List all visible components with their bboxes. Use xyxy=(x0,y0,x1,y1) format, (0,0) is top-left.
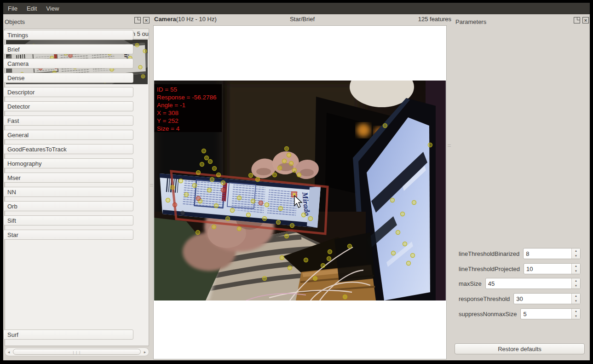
camera-feature-count: 125 features xyxy=(418,16,451,23)
section-star[interactable]: Star xyxy=(3,230,133,240)
maxsize-input[interactable] xyxy=(486,278,571,289)
menu-bar: File Edit View xyxy=(3,3,590,14)
param-label: responseThreshold xyxy=(459,295,510,302)
section-brief[interactable]: Brief xyxy=(3,44,133,54)
param-label: maxSize xyxy=(459,280,482,287)
param-label: suppressNonmaxSize xyxy=(459,311,517,318)
spin-down-icon[interactable]: ▼ xyxy=(572,299,580,304)
param-row-suppressnonmaxsize: suppressNonmaxSize ▲▼ xyxy=(459,308,581,319)
application-window: File Edit View Objects × 3 (49) Star/Bri… xyxy=(3,3,590,360)
param-row-linethresholdbinarized: lineThresholdBinarized ▲▼ xyxy=(459,248,581,259)
parameters-float-button[interactable] xyxy=(574,17,580,23)
splitter-objects-camera[interactable]: —— xyxy=(150,183,153,187)
menu-file[interactable]: File xyxy=(3,3,22,14)
restore-defaults-button[interactable]: Restore defaults xyxy=(455,343,585,354)
section-general[interactable]: General xyxy=(3,130,133,140)
section-surf[interactable]: Surf xyxy=(3,329,133,340)
overlay-size: Size = 4 xyxy=(157,125,180,132)
overlay-id: ID = 55 xyxy=(157,86,177,93)
scrollbar-thumb[interactable]: ❘❘❘ xyxy=(13,349,141,355)
objects-hscrollbar[interactable]: ◂ ❘❘❘ ▸ xyxy=(5,347,149,356)
responsethreshold-input[interactable] xyxy=(514,294,571,304)
menu-view[interactable]: View xyxy=(41,3,63,14)
splitter-camera-parameters[interactable]: —— xyxy=(448,144,450,147)
menu-edit[interactable]: Edit xyxy=(22,3,41,14)
spin-down-icon[interactable]: ▼ xyxy=(572,283,580,289)
spin-up-icon[interactable]: ▲ xyxy=(572,278,580,283)
camera-header: Camera(10 Hz - 10 Hz) Star/Brief 125 fea… xyxy=(153,16,451,25)
scroll-left-icon[interactable]: ◂ xyxy=(5,350,12,354)
section-nn[interactable]: NN xyxy=(3,187,133,197)
float-icon xyxy=(138,17,141,20)
spin-up-icon[interactable]: ▲ xyxy=(572,294,580,299)
linethresholdbinarized-input[interactable] xyxy=(524,248,571,259)
spin-down-icon[interactable]: ▼ xyxy=(572,314,580,319)
float-icon xyxy=(577,17,580,20)
parameters-panel-title: Parameters xyxy=(455,17,486,27)
section-timings[interactable]: Timings xyxy=(3,30,133,40)
rejected-point xyxy=(181,211,185,215)
overlay-y: Y = 252 xyxy=(157,117,178,124)
objects-close-button[interactable]: × xyxy=(143,17,150,23)
close-icon: × xyxy=(583,17,588,24)
feature-info-overlay: ID = 55 Response = -56.2786 Angle = -1 X… xyxy=(154,84,222,132)
overlay-response: Response = -56.2786 xyxy=(157,94,216,101)
section-dense[interactable]: Dense xyxy=(3,73,133,83)
camera-view[interactable]: Mirado xyxy=(153,25,447,359)
linethresholdbinarized-spinner: ▲▼ xyxy=(523,248,581,259)
param-label: lineThresholdProjected xyxy=(459,266,520,272)
linethresholdprojected-input[interactable] xyxy=(524,264,571,274)
section-homography[interactable]: Homography xyxy=(3,158,133,168)
spin-up-icon[interactable]: ▲ xyxy=(572,248,580,254)
suppressnonmaxsize-input[interactable] xyxy=(521,309,571,319)
suppressnonmaxsize-spinner: ▲▼ xyxy=(520,308,581,319)
section-descriptor[interactable]: Descriptor xyxy=(3,87,133,97)
linethresholdprojected-spinner: ▲▼ xyxy=(524,263,581,274)
spin-up-icon[interactable]: ▲ xyxy=(572,264,580,269)
spin-up-icon[interactable]: ▲ xyxy=(572,309,580,314)
section-goodfeaturestotrack[interactable]: GoodFeaturesToTrack xyxy=(3,144,133,154)
section-sift[interactable]: Sift xyxy=(3,215,133,225)
param-row-linethresholdprojected: lineThresholdProjected ▲▼ xyxy=(459,263,581,274)
parameters-close-button[interactable]: × xyxy=(582,17,589,23)
scrollbar-grip-icon: ❘❘❘ xyxy=(72,351,82,354)
spin-down-icon[interactable]: ▼ xyxy=(572,269,580,274)
spin-down-icon[interactable]: ▼ xyxy=(572,254,580,259)
section-orb[interactable]: Orb xyxy=(3,201,133,211)
objects-panel-title: Objects xyxy=(5,17,25,27)
camera-image[interactable]: Mirado xyxy=(154,81,446,300)
close-icon: × xyxy=(144,17,149,24)
section-detector[interactable]: Detector xyxy=(3,101,133,111)
camera-detector-label: Star/Brief xyxy=(153,16,451,23)
param-row-responsethreshold: responseThreshold ▲▼ xyxy=(459,293,581,304)
scroll-right-icon[interactable]: ▸ xyxy=(141,350,149,354)
responsethreshold-spinner: ▲▼ xyxy=(513,293,581,304)
maxsize-spinner: ▲▼ xyxy=(485,278,581,289)
section-camera[interactable]: Camera xyxy=(3,58,133,69)
section-mser[interactable]: Mser xyxy=(3,173,133,183)
overlay-x: X = 308 xyxy=(157,110,178,116)
param-label: lineThresholdBinarized xyxy=(459,250,519,257)
objects-float-button[interactable] xyxy=(134,17,141,23)
overlay-angle: Angle = -1 xyxy=(157,102,185,109)
param-row-maxsize: maxSize ▲▼ xyxy=(459,278,581,289)
section-fast[interactable]: Fast xyxy=(3,116,133,126)
